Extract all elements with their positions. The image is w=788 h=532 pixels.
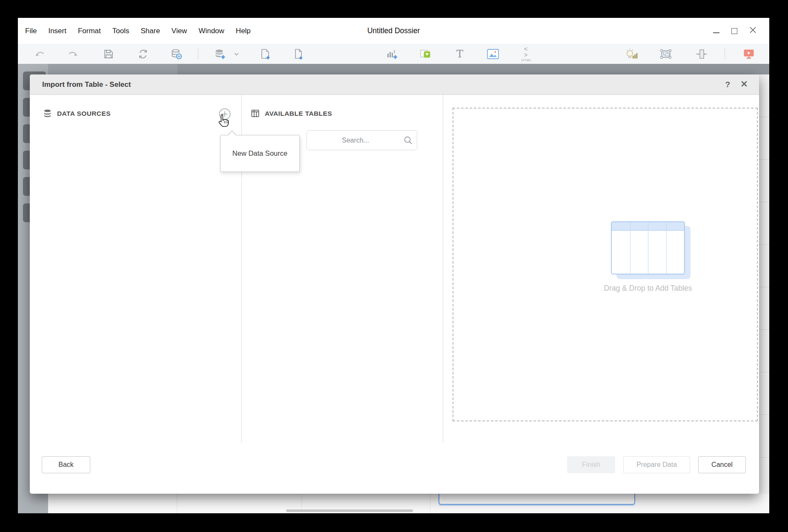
add-image-icon: [487, 49, 499, 60]
available-tables-header: AVAILABLE TABLES: [250, 109, 332, 118]
add-image-button[interactable]: [486, 47, 500, 61]
prepare-data-button[interactable]: Prepare Data: [623, 456, 690, 473]
presentation-icon: [742, 48, 755, 60]
table-illustration: [611, 221, 692, 281]
refresh-button[interactable]: [136, 47, 150, 61]
maximize-icon: [731, 28, 737, 34]
layout-grouping-button[interactable]: [659, 47, 673, 61]
add-text-icon: T: [456, 49, 463, 59]
app-window: File Insert Format Tools Share View Wind…: [18, 18, 769, 513]
close-button[interactable]: [749, 26, 756, 35]
add-data-button[interactable]: [213, 47, 227, 61]
data-sources-label: DATA SOURCES: [57, 110, 111, 117]
window-controls: [713, 18, 756, 44]
datasource-status-icon: [170, 48, 182, 60]
fit-to-window-button[interactable]: [695, 47, 708, 61]
menu-file[interactable]: File: [25, 27, 37, 35]
datasource-status-button[interactable]: [169, 47, 183, 61]
data-sources-icon: [43, 109, 52, 118]
insert-page-icon: [293, 48, 304, 60]
dialog-title: Import from Table - Select: [42, 80, 131, 89]
menu-view[interactable]: View: [172, 27, 187, 35]
menu-format[interactable]: Format: [78, 27, 101, 35]
add-data-icon: [214, 48, 226, 60]
menu-help[interactable]: Help: [236, 27, 251, 35]
help-button[interactable]: ?: [725, 80, 730, 89]
drop-hint-text: Drag & Drop to Add Tables: [597, 284, 699, 293]
add-visualization-button[interactable]: [385, 47, 399, 61]
close-icon: [749, 26, 756, 34]
minimize-button[interactable]: [713, 29, 719, 33]
toolbar: T < >HTML: [18, 44, 769, 64]
hand-cursor: [216, 114, 231, 131]
insights-button[interactable]: [624, 47, 638, 61]
menu-bar: File Insert Format Tools Share View Wind…: [18, 18, 769, 44]
undo-button[interactable]: [33, 47, 47, 61]
available-tables-icon: [250, 109, 260, 118]
toolbar-separator: [198, 49, 198, 59]
search-icon: [404, 136, 413, 145]
add-html-icon: < >HTML: [520, 46, 533, 62]
tooltip-text: New Data Source: [232, 149, 287, 157]
menu-items: File Insert Format Tools Share View Wind…: [25, 18, 251, 44]
cancel-button[interactable]: Cancel: [698, 456, 746, 473]
background-canvas: [48, 494, 769, 513]
maximize-button[interactable]: [731, 28, 737, 34]
save-icon: [103, 49, 114, 60]
insert-page-button[interactable]: [292, 47, 305, 61]
undo-icon: [34, 48, 46, 60]
add-selector-button[interactable]: [419, 47, 433, 61]
add-visualization-icon: [386, 48, 398, 60]
import-from-table-dialog: Import from Table - Select ? DATA SOURCE…: [30, 74, 759, 494]
menu-share[interactable]: Share: [140, 27, 160, 35]
dialog-body: DATA SOURCES New Data Source AVAILABLE T…: [30, 95, 759, 493]
available-tables-label: AVAILABLE TABLES: [265, 110, 332, 117]
data-sources-header: DATA SOURCES: [43, 109, 111, 118]
background-pane-header: [48, 64, 769, 74]
add-text-button[interactable]: T: [453, 47, 467, 61]
horizontal-scrollbar[interactable]: [286, 509, 413, 512]
add-selector-icon: [419, 48, 432, 60]
new-dossier-page-icon: [260, 48, 271, 60]
dialog-close-button[interactable]: [741, 81, 747, 89]
toolbar-separator: [725, 49, 725, 59]
fit-to-window-icon: [695, 48, 708, 60]
presentation-button[interactable]: [742, 47, 756, 61]
layout-grouping-icon: [659, 48, 672, 60]
menu-tools[interactable]: Tools: [112, 27, 129, 35]
add-data-dropdown[interactable]: [231, 47, 241, 61]
insights-icon: [624, 48, 638, 60]
redo-icon: [67, 48, 79, 60]
background-right-panel: [759, 74, 769, 494]
table-drop-zone[interactable]: Drag & Drop to Add Tables: [453, 108, 758, 421]
panel-divider: [443, 95, 443, 443]
dialog-header: Import from Table - Select ?: [30, 74, 759, 95]
table-search: [307, 130, 417, 150]
minimize-icon: [713, 32, 719, 33]
redo-button[interactable]: [66, 47, 80, 61]
search-input[interactable]: [307, 130, 417, 150]
close-icon: [741, 81, 747, 87]
new-dossier-page-button[interactable]: [258, 47, 272, 61]
finish-button[interactable]: Finish: [567, 456, 615, 473]
menu-window[interactable]: Window: [198, 27, 224, 35]
back-button[interactable]: Back: [42, 456, 90, 473]
refresh-icon: [138, 49, 149, 60]
add-html-button[interactable]: < >HTML: [520, 47, 533, 61]
menu-insert[interactable]: Insert: [48, 27, 66, 35]
save-button[interactable]: [102, 47, 115, 61]
chevron-down-icon: [233, 51, 240, 57]
new-data-source-tooltip: New Data Source: [220, 135, 300, 172]
